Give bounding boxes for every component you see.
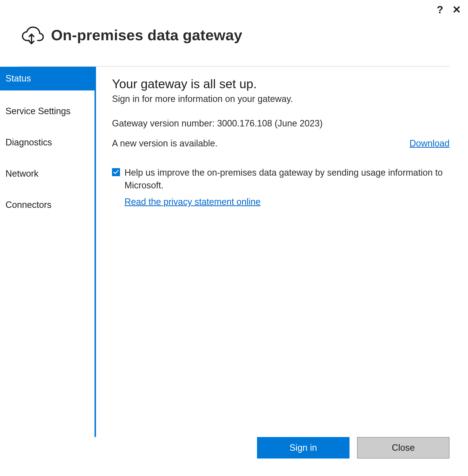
close-button[interactable]: Close <box>357 437 450 459</box>
main-panel: Your gateway is all set up. Sign in for … <box>94 67 468 437</box>
sidebar-item-label: Diagnostics <box>6 137 52 147</box>
sidebar: Status Service Settings Diagnostics Netw… <box>0 67 96 437</box>
download-link[interactable]: Download <box>410 138 450 149</box>
app-title: On-premises data gateway <box>51 26 242 44</box>
sidebar-item-status[interactable]: Status <box>0 67 96 90</box>
app-header: On-premises data gateway <box>0 15 468 46</box>
sidebar-item-label: Service Settings <box>6 106 70 116</box>
sidebar-item-label: Connectors <box>6 200 52 210</box>
sidebar-item-diagnostics[interactable]: Diagnostics <box>0 132 96 153</box>
gateway-cloud-icon <box>19 24 44 46</box>
footer: Sign in Close <box>0 437 468 476</box>
status-subtext: Sign in for more information on your gat… <box>112 94 450 104</box>
status-heading: Your gateway is all set up. <box>112 77 450 91</box>
version-line: Gateway version number: 3000.176.108 (Ju… <box>112 118 450 129</box>
consent-checkbox[interactable] <box>112 168 120 176</box>
sign-in-button[interactable]: Sign in <box>257 437 350 459</box>
close-icon[interactable]: ✕ <box>452 4 461 15</box>
help-icon[interactable]: ? <box>437 4 443 15</box>
sidebar-item-connectors[interactable]: Connectors <box>0 194 96 215</box>
privacy-link[interactable]: Read the privacy statement online <box>124 197 260 207</box>
sidebar-item-label: Network <box>6 168 38 179</box>
sidebar-item-service-settings[interactable]: Service Settings <box>0 100 96 122</box>
sidebar-item-network[interactable]: Network <box>0 163 96 184</box>
new-version-text: A new version is available. <box>112 138 218 149</box>
sidebar-item-label: Status <box>6 73 31 83</box>
consent-text: Help us improve the on-premises data gat… <box>124 166 450 192</box>
